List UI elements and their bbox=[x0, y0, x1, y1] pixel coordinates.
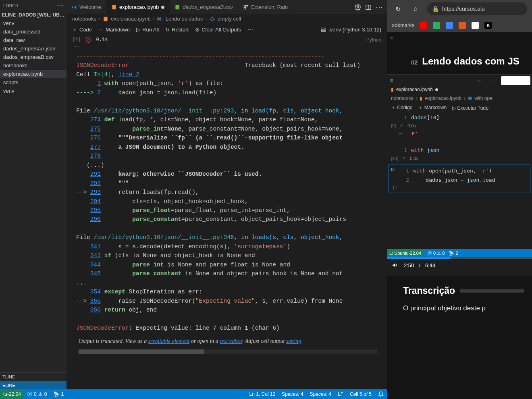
clear-icon: ⊘ bbox=[195, 27, 200, 33]
cursor-position[interactable]: Ln 1, Col 12 bbox=[246, 391, 278, 397]
explorer-item-selected[interactable]: exploracao.ipynb bbox=[0, 70, 66, 78]
settings-link[interactable]: setting bbox=[286, 338, 301, 344]
cell-position[interactable]: Cell 5 of 5 bbox=[347, 391, 375, 397]
cell-language[interactable]: Python bbox=[366, 37, 381, 43]
back-icon: ← bbox=[475, 78, 483, 83]
tab-extension[interactable]: Extension: Rain bbox=[238, 0, 293, 14]
add-code-button[interactable]: ＋Code bbox=[72, 26, 92, 33]
crumb[interactable]: notebooks bbox=[72, 16, 96, 22]
scrollbar-thumb[interactable] bbox=[79, 349, 204, 354]
notebook-toolbar: ＋Code ＋Markdown ▷Run All ↻Restart ⊘Clear… bbox=[66, 23, 387, 36]
svg-rect-0 bbox=[112, 5, 116, 9]
tab-label: dados_empresaB.csv bbox=[183, 4, 233, 10]
cell-contrib-icon[interactable]: ⋯ bbox=[66, 44, 387, 50]
search-box bbox=[501, 76, 530, 85]
explorer-root-folder[interactable]: ELINE_DADOS [WSL: UB… bbox=[0, 11, 66, 19]
video-progress-bar[interactable] bbox=[387, 257, 532, 259]
bookmark-icon[interactable] bbox=[472, 22, 479, 29]
bookmark-icon[interactable] bbox=[433, 22, 440, 29]
crumb[interactable]: Lendo os dados bbox=[166, 16, 203, 22]
markdown-icon: M↓ bbox=[157, 17, 163, 21]
video-controls[interactable]: 2:50 / 6:44 bbox=[387, 257, 532, 276]
explorer-item[interactable]: venv bbox=[0, 19, 66, 27]
bookmark-icon[interactable]: K bbox=[484, 22, 492, 29]
volume-icon[interactable] bbox=[392, 262, 399, 269]
explorer-item[interactable]: data_processed bbox=[0, 27, 66, 36]
error-name-final: JSONDecodeError bbox=[76, 325, 129, 331]
video-breadcrumbs: notebooks› ▮exploracao.ipynb› ⬢with ope bbox=[387, 94, 532, 103]
scrollable-element-link[interactable]: scrollable element bbox=[148, 338, 190, 344]
modified-indicator-icon bbox=[161, 6, 164, 9]
transcript-section: Transcrição O principal objetivo deste p bbox=[387, 276, 532, 316]
tab-csv[interactable]: dados_empresaB.csv bbox=[170, 0, 238, 14]
crumb[interactable]: empty cell bbox=[218, 16, 241, 22]
python-icon bbox=[210, 16, 215, 22]
reload-icon[interactable]: ↻ bbox=[392, 3, 404, 15]
timeline-section[interactable]: ELINE bbox=[0, 381, 66, 389]
kernel-label: .venv (Python 3.10.12) bbox=[328, 27, 381, 33]
notifications-icon[interactable] bbox=[375, 391, 387, 397]
traceback-divider: ----------------------------------------… bbox=[76, 52, 387, 61]
bookmark-icon[interactable] bbox=[459, 22, 466, 29]
tab-notebook[interactable]: exploracao.ipynb bbox=[106, 0, 170, 14]
svg-rect-9 bbox=[321, 28, 326, 29]
more-actions-icon[interactable]: ⋯ bbox=[376, 3, 383, 12]
video-player[interactable]: ≡ ← → ▮ exploracao.ipynb notebooks› ▮exp… bbox=[387, 74, 532, 276]
editor-tabs: Welcome exploracao.ipynb dados_empresaB.… bbox=[66, 0, 387, 14]
plus-icon: ＋ bbox=[98, 26, 104, 33]
bookmark-icon[interactable] bbox=[420, 22, 427, 29]
svg-rect-3 bbox=[246, 5, 248, 7]
server-icon bbox=[320, 27, 326, 33]
menu-icon: ≡ bbox=[390, 78, 393, 83]
antenna-icon: 📡 bbox=[53, 391, 59, 397]
tab-welcome[interactable]: Welcome bbox=[66, 0, 106, 14]
run-all-button[interactable]: ▷Run All bbox=[136, 27, 159, 33]
remote-wsl-indicator[interactable]: tu-22.04 bbox=[0, 389, 24, 399]
address-bar[interactable]: 🔒 https://cursos.alu bbox=[427, 2, 527, 15]
csv-icon bbox=[175, 4, 180, 10]
more-icon[interactable]: ⋯ bbox=[247, 26, 254, 33]
menu-icon[interactable]: ≡ bbox=[390, 35, 393, 41]
problems-indicator[interactable]: ⓧ0 ⚠0 bbox=[24, 391, 50, 398]
gear-icon[interactable] bbox=[355, 4, 361, 10]
clear-outputs-button[interactable]: ⊘Clear All Outputs bbox=[195, 27, 241, 33]
bookmarks-bar: ookmarks K bbox=[387, 18, 532, 32]
transcript-text: O principal objetivo deste p bbox=[403, 304, 524, 312]
output-truncated-note: Output is truncated. View as a scrollabl… bbox=[76, 333, 387, 347]
video-cell-code: 1dados[10] bbox=[387, 113, 532, 122]
explorer-more-icon[interactable]: ⋯ bbox=[57, 2, 63, 9]
home-icon[interactable]: ⌂ bbox=[409, 3, 422, 15]
text-editor-link[interactable]: text editor bbox=[220, 338, 242, 344]
indentation[interactable]: Spaces: 4 bbox=[278, 391, 306, 397]
crumb[interactable]: exploracao.ipynb bbox=[111, 16, 150, 22]
add-markdown-button[interactable]: ＋Markdown bbox=[98, 26, 130, 33]
lesson-title: 02 Lendo dados com JS bbox=[387, 44, 532, 74]
indentation2[interactable]: Spaces: 4 bbox=[307, 391, 335, 397]
lock-icon: 🔒 bbox=[432, 6, 439, 12]
bookmarks-label[interactable]: ookmarks bbox=[392, 22, 414, 28]
explorer-item[interactable]: venv bbox=[0, 87, 66, 95]
horizontal-scrollbar[interactable] bbox=[79, 349, 377, 354]
ports-indicator[interactable]: 📡1 bbox=[50, 391, 67, 397]
explorer-item[interactable]: dados_empresaA.json bbox=[0, 44, 66, 53]
bookmark-icon[interactable] bbox=[446, 22, 453, 29]
restart-button[interactable]: ↻Restart bbox=[165, 27, 189, 33]
eol-indicator[interactable]: LF bbox=[335, 391, 347, 397]
traceback-label: Traceback (most recent call last) bbox=[245, 62, 360, 69]
outline-section[interactable]: TLINE bbox=[0, 372, 66, 381]
kernel-picker[interactable]: .venv (Python 3.10.12) bbox=[320, 27, 381, 33]
cell-exec-time: 0.1s bbox=[96, 37, 108, 43]
status-bar: tu-22.04 ⓧ0 ⚠0 📡1 Ln 1, Col 12 Spaces: 4… bbox=[0, 389, 387, 399]
explorer-item[interactable]: notebooks bbox=[0, 61, 66, 70]
breadcrumb[interactable]: notebooks › exploracao.ipynb › M↓ Lendo … bbox=[66, 14, 387, 23]
svg-point-5 bbox=[357, 6, 359, 8]
explorer-item[interactable]: scripts bbox=[0, 78, 66, 87]
split-editor-icon[interactable] bbox=[365, 4, 372, 10]
explorer-sidebar: LORER ⋯ ELINE_DADOS [WSL: UB… venv data_… bbox=[0, 0, 66, 389]
modified-indicator-icon bbox=[435, 88, 438, 91]
video-cell-code: 1with json bbox=[387, 145, 532, 155]
chevron-right-icon: › bbox=[205, 16, 207, 22]
page-content: ≡ 02 Lendo dados com JS ≡ ← → ▮ explorac… bbox=[387, 32, 532, 399]
explorer-item[interactable]: data_raw bbox=[0, 36, 66, 44]
explorer-item[interactable]: dados_empresaB.csv bbox=[0, 53, 66, 61]
